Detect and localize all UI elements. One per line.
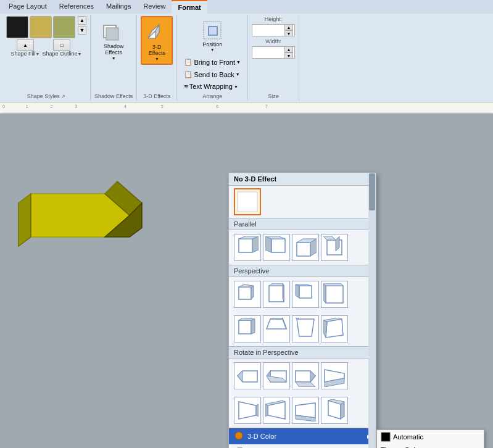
effect-p3[interactable] bbox=[292, 234, 319, 261]
svg-marker-40 bbox=[269, 283, 284, 286]
effect-pe5[interactable] bbox=[234, 315, 261, 342]
svg-text:6: 6 bbox=[216, 104, 218, 109]
effect-p2[interactable] bbox=[263, 234, 290, 261]
effect-pe8[interactable] bbox=[321, 315, 348, 342]
ribbon-group-arrange: Position ▼ 📋 Bring to Front ▼ 📋 Send to … bbox=[177, 15, 248, 101]
svg-rect-27 bbox=[271, 239, 285, 252]
shadow-effects-group-label: Shadow Effects bbox=[94, 92, 133, 99]
svg-marker-55 bbox=[296, 318, 299, 319]
svg-marker-41 bbox=[283, 283, 284, 302]
swatch-gold[interactable] bbox=[30, 16, 52, 38]
tab-format[interactable]: Format bbox=[172, 0, 207, 14]
width-spinner-buttons: ▲ ▼ bbox=[284, 46, 293, 59]
effect-p1[interactable] bbox=[234, 234, 261, 261]
ribbon-group-size: Height: 1.03" ▲ ▼ Width: 1.87" ▲ ▼ bbox=[248, 15, 299, 101]
effect-pe2[interactable] bbox=[263, 281, 290, 308]
svg-text:3: 3 bbox=[75, 104, 77, 109]
effect-r8[interactable] bbox=[321, 397, 348, 424]
svg-marker-34 bbox=[323, 236, 336, 240]
effect-pe7[interactable] bbox=[292, 315, 319, 342]
height-spinner[interactable]: 1.03" ▲ ▼ bbox=[252, 24, 295, 36]
ribbon: Page Layout References Mailings Review F… bbox=[0, 0, 493, 102]
bring-to-front-label: Bring to Front bbox=[194, 59, 235, 66]
height-down-btn[interactable]: ▼ bbox=[284, 30, 293, 36]
width-up-btn[interactable]: ▲ bbox=[284, 46, 293, 52]
dropdown-header-no-3d: No 3-D Effect bbox=[229, 173, 376, 186]
effect-r4[interactable] bbox=[321, 362, 348, 389]
text-wrapping-label: Text Wrapping bbox=[189, 83, 233, 90]
shadow-effects-label: ShadowEffects bbox=[104, 44, 124, 56]
effect-r7[interactable] bbox=[292, 397, 319, 424]
width-spinner[interactable]: 1.87" ▲ ▼ bbox=[252, 46, 295, 59]
swatch-black[interactable] bbox=[6, 16, 28, 38]
effect-no-effect[interactable] bbox=[234, 188, 261, 215]
effect-pe3[interactable] bbox=[292, 281, 319, 308]
size-inputs-row: Height: 1.03" ▲ ▼ Width: 1.87" ▲ ▼ bbox=[252, 16, 295, 59]
color-icon bbox=[234, 431, 244, 442]
svg-rect-1 bbox=[106, 28, 118, 40]
tab-page-layout[interactable]: Page Layout bbox=[2, 0, 53, 14]
position-icon bbox=[201, 19, 223, 41]
bring-to-front-button[interactable]: 📋 Bring to Front ▼ bbox=[181, 56, 244, 68]
effect-r6[interactable] bbox=[263, 397, 290, 424]
section-rotate-perspective: Rotate in Perspective bbox=[229, 346, 376, 359]
svg-marker-39 bbox=[269, 286, 284, 302]
svg-text:2: 2 bbox=[51, 104, 53, 109]
svg-marker-77 bbox=[341, 402, 344, 419]
three-d-effects-button[interactable]: 3-DEffects ▼ bbox=[141, 16, 173, 65]
svg-marker-56 bbox=[326, 319, 343, 338]
height-spinner-buttons: ▲ ▼ bbox=[284, 24, 293, 36]
svg-text:7: 7 bbox=[265, 104, 268, 109]
effect-p4[interactable] bbox=[321, 234, 348, 261]
text-wrapping-button[interactable]: ≡ Text Wrapping ▼ bbox=[181, 81, 241, 92]
height-input[interactable]: 1.03" bbox=[252, 27, 284, 34]
svg-rect-92 bbox=[381, 433, 390, 441]
shape-styles-scroll-up[interactable]: ▲ bbox=[78, 16, 86, 25]
effect-r3[interactable] bbox=[292, 362, 319, 389]
perspective-grid-2 bbox=[229, 312, 376, 346]
effect-r5[interactable] bbox=[234, 397, 261, 424]
svg-rect-23 bbox=[238, 192, 257, 212]
swatch-olive[interactable] bbox=[53, 16, 75, 38]
submenu-item-color[interactable]: 3-D Color ▶ bbox=[229, 428, 376, 444]
automatic-color-option[interactable]: Automatic bbox=[377, 430, 484, 444]
arrange-row: 📋 Bring to Front ▼ 📋 Send to Back ▼ ≡ Te… bbox=[181, 56, 244, 92]
submenu-item-depth[interactable]: Depth ▶ bbox=[229, 444, 376, 448]
effect-pe1[interactable] bbox=[234, 281, 261, 308]
svg-marker-26 bbox=[252, 236, 259, 252]
effect-r2[interactable] bbox=[263, 362, 290, 389]
arrow-shape[interactable] bbox=[12, 175, 154, 257]
perspective-grid-1 bbox=[229, 277, 376, 312]
shape-styles-scroll-down[interactable]: ▼ bbox=[78, 26, 86, 35]
dropdown-scrollbar[interactable] bbox=[368, 173, 376, 448]
tab-mailings[interactable]: Mailings bbox=[100, 0, 137, 14]
svg-rect-30 bbox=[297, 243, 310, 256]
width-down-btn[interactable]: ▼ bbox=[284, 52, 293, 59]
svg-marker-54 bbox=[297, 319, 314, 336]
position-button[interactable]: Position ▼ bbox=[196, 16, 228, 55]
effect-pe6[interactable] bbox=[263, 315, 290, 342]
shape-fill-btn[interactable]: ▲ Shape Fill ▼ bbox=[11, 39, 40, 57]
effect-pe4[interactable] bbox=[321, 281, 348, 308]
parallel-grid bbox=[229, 230, 376, 265]
svg-marker-43 bbox=[296, 284, 299, 298]
effect-r1[interactable] bbox=[234, 362, 261, 389]
send-to-back-button[interactable]: 📋 Send to Back ▼ bbox=[181, 68, 242, 80]
width-input[interactable]: 1.87" bbox=[252, 49, 284, 56]
automatic-color-icon bbox=[381, 432, 391, 442]
tab-references[interactable]: References bbox=[53, 0, 100, 14]
bring-to-front-icon: 📋 bbox=[184, 58, 193, 66]
shape-styles-expander[interactable]: ↗ bbox=[61, 94, 65, 99]
svg-marker-46 bbox=[323, 283, 326, 303]
svg-rect-36 bbox=[239, 287, 251, 299]
svg-rect-6 bbox=[209, 27, 217, 35]
arrange-group-label: Arrange bbox=[202, 92, 222, 99]
shadow-effects-button[interactable]: ShadowEffects ▼ bbox=[97, 16, 130, 64]
svg-marker-70 bbox=[256, 404, 259, 417]
height-up-btn[interactable]: ▲ bbox=[284, 24, 293, 30]
tab-review[interactable]: Review bbox=[137, 0, 172, 14]
svg-marker-52 bbox=[270, 318, 283, 319]
svg-marker-65 bbox=[310, 371, 315, 382]
shape-outline-btn[interactable]: □ Shape Outline ▼ bbox=[42, 39, 81, 57]
svg-point-79 bbox=[235, 432, 242, 439]
